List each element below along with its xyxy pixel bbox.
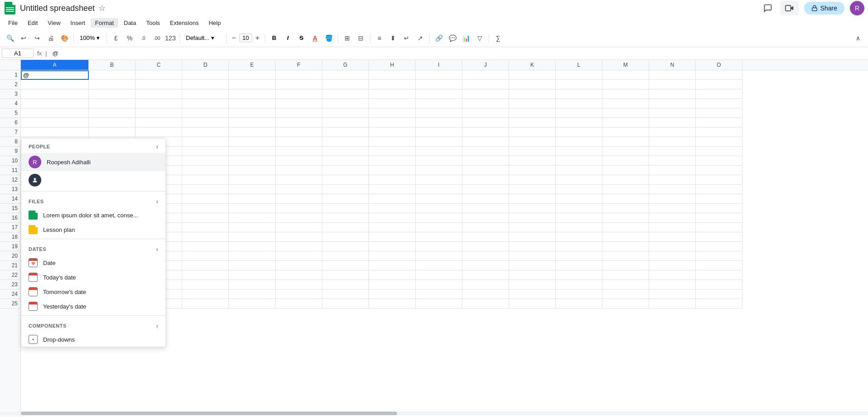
col-header-C[interactable]: C [136,60,182,70]
undo-button[interactable]: ↩ [17,32,30,44]
text-rotate-button[interactable]: ↗ [414,32,427,44]
row-num-19[interactable]: 19 [0,242,20,251]
menu-help[interactable]: Help [204,18,225,28]
scroll-thumb[interactable] [21,412,397,415]
formula-input[interactable] [51,49,866,58]
italic-button[interactable]: I [281,32,294,44]
meet-button[interactable] [781,1,799,15]
insert-comment-button[interactable]: 💬 [446,32,459,44]
row-num-8[interactable]: 8 [0,137,20,147]
insert-link-button[interactable]: 🔗 [432,32,445,44]
decimal-increase-button[interactable]: .00 [150,32,163,44]
menu-file[interactable]: File [4,18,22,28]
more-options-button[interactable]: ∑ [492,32,504,44]
menu-data[interactable]: Data [119,18,141,28]
filter-button[interactable]: ▽ [473,32,486,44]
text-wrap-button[interactable]: ↵ [400,32,413,44]
row-num-9[interactable]: 9 [0,147,20,156]
cell-C1[interactable] [136,70,182,80]
currency-button[interactable]: £ [110,32,122,44]
cell-D1[interactable] [182,70,229,80]
col-header-G[interactable]: G [322,60,369,70]
row-num-20[interactable]: 20 [0,251,20,261]
col-header-A[interactable]: A [21,60,89,70]
row-num-15[interactable]: 15 [0,204,20,213]
row-num-18[interactable]: 18 [0,232,20,242]
menu-view[interactable]: View [43,18,65,28]
horizontal-scrollbar[interactable] [0,412,868,415]
cell-L1[interactable] [556,70,602,80]
col-header-F[interactable]: F [276,60,322,70]
row-num-12[interactable]: 12 [0,175,20,185]
font-size-value[interactable]: 10 [239,34,252,42]
cell-A4[interactable] [21,99,89,108]
dates-section-expand[interactable]: › [156,245,158,253]
row-num-10[interactable]: 10 [0,156,20,166]
bold-button[interactable]: B [268,32,281,44]
cell-O1[interactable] [696,70,742,80]
cell-A3[interactable] [21,89,89,99]
menu-extensions[interactable]: Extensions [165,18,204,28]
col-header-N[interactable]: N [649,60,696,70]
align-left-button[interactable]: ≡ [373,32,386,44]
search-button[interactable]: 🔍 [4,32,16,44]
share-button[interactable]: Share [804,2,844,15]
col-header-D[interactable]: D [182,60,229,70]
components-section-expand[interactable]: › [156,322,158,329]
font-size-increase-button[interactable]: + [253,33,262,44]
decimal-decrease-button[interactable]: .0 [137,32,150,44]
col-header-E[interactable]: E [229,60,276,70]
row-num-17[interactable]: 17 [0,223,20,232]
col-header-I[interactable]: I [416,60,462,70]
row-num-25[interactable]: 25 [0,299,20,309]
date-item-today[interactable]: Today's date [21,270,165,285]
row-num-2[interactable]: 2 [0,80,20,89]
hide-toolbar-button[interactable]: ∧ [852,32,864,44]
print-button[interactable]: 🖨 [44,32,57,44]
cell-M1[interactable] [602,70,649,80]
cell-J1[interactable] [462,70,509,80]
cell-E1[interactable] [229,70,276,80]
row-num-11[interactable]: 11 [0,166,20,175]
row-num-3[interactable]: 3 [0,89,20,99]
row-num-24[interactable]: 24 [0,289,20,299]
row-num-14[interactable]: 14 [0,194,20,204]
borders-button[interactable]: ⊞ [341,32,354,44]
cell-A7[interactable] [21,128,89,137]
number-format-button[interactable]: 123 [164,32,177,44]
file-item-lorem[interactable]: Lorem ipsum dolor sit amet, conse... [21,208,165,222]
col-header-K[interactable]: K [509,60,556,70]
user-avatar[interactable]: R [850,1,864,15]
menu-insert[interactable]: Insert [66,18,90,28]
component-item-dropdowns[interactable]: ▾ Drop-downs [21,332,165,347]
people-section-expand[interactable]: › [156,143,158,150]
cell-A2[interactable] [21,80,89,89]
row-num-5[interactable]: 5 [0,108,20,118]
row-num-7[interactable]: 7 [0,128,20,137]
person-item-roopesh[interactable]: R Roopesh Adihalli [21,153,165,171]
cell-H1[interactable] [369,70,416,80]
row-num-21[interactable]: 21 [0,261,20,270]
col-header-M[interactable]: M [602,60,649,70]
col-header-J[interactable]: J [462,60,509,70]
col-header-B[interactable]: B [89,60,136,70]
col-header-O[interactable]: O [696,60,742,70]
files-section-expand[interactable]: › [156,198,158,205]
font-size-decrease-button[interactable]: − [229,33,238,44]
row-num-13[interactable]: 13 [0,185,20,194]
date-item-yesterday[interactable]: Yesterday's date [21,299,165,314]
percent-button[interactable]: % [123,32,136,44]
insert-chart-button[interactable]: 📊 [460,32,472,44]
redo-button[interactable]: ↪ [31,32,44,44]
row-num-4[interactable]: 4 [0,99,20,108]
row-num-6[interactable]: 6 [0,118,20,128]
menu-edit[interactable]: Edit [23,18,42,28]
merge-cells-button[interactable]: ⊟ [354,32,367,44]
menu-tools[interactable]: Tools [141,18,164,28]
cell-A5[interactable] [21,108,89,118]
file-item-lesson[interactable]: Lesson plan [21,222,165,237]
cell-I1[interactable] [416,70,462,80]
fill-color-button[interactable]: 🪣 [322,32,335,44]
font-family-selector[interactable]: Default... ▾ [183,33,223,43]
cell-F1[interactable] [276,70,322,80]
